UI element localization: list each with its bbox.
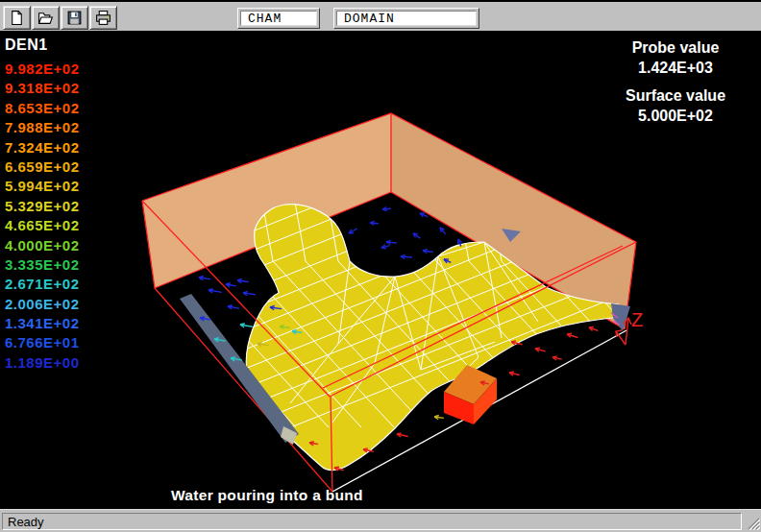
z-axis-label: Z <box>631 309 643 330</box>
open-button[interactable] <box>32 6 60 30</box>
print-icon <box>95 10 111 26</box>
probe-value-label: Probe value <box>594 37 757 58</box>
save-button[interactable] <box>61 6 88 30</box>
legend-entry: 5.994E+02 <box>5 178 80 197</box>
cham-field[interactable]: CHAM <box>237 8 320 29</box>
domain-field[interactable]: DOMAIN <box>333 8 479 29</box>
toolbar: CHAM DOMAIN <box>0 0 761 31</box>
save-icon <box>66 10 83 26</box>
application-window: { "toolbar": { "buttons": [ {"name": "ne… <box>0 0 761 532</box>
legend-entry: 6.659E+02 <box>5 158 80 178</box>
legend-entry: 2.006E+02 <box>5 296 80 315</box>
legend-entry: 9.982E+02 <box>5 60 80 80</box>
legend-entry: 8.653E+02 <box>5 100 80 119</box>
legend-entry: 4.000E+02 <box>5 237 80 256</box>
legend-entry: 7.324E+02 <box>5 139 80 158</box>
new-document-icon <box>9 10 25 26</box>
open-folder-icon <box>37 10 54 26</box>
legend-entry: 3.335E+02 <box>5 256 80 276</box>
resize-grip[interactable] <box>748 518 760 530</box>
readouts: Probe value 1.424E+03 Surface value 5.00… <box>594 37 757 126</box>
legend-entry: 7.988E+02 <box>5 119 80 138</box>
status-text: Ready <box>2 513 742 530</box>
legend-entry: 1.189E+00 <box>5 354 80 374</box>
cham-field-value[interactable]: CHAM <box>240 11 317 26</box>
graphics-viewport[interactable]: Z DEN1 9.982E+029.318E+028.653E+027.988E… <box>0 31 761 509</box>
legend: DEN1 9.982E+029.318E+028.653E+027.988E+0… <box>5 36 80 374</box>
print-button[interactable] <box>89 6 117 30</box>
legend-rows: 9.982E+029.318E+028.653E+027.988E+027.32… <box>5 60 80 374</box>
legend-entry: 4.665E+02 <box>5 217 80 236</box>
surface-value: 5.000E+02 <box>594 106 757 126</box>
status-bar: Ready <box>0 509 761 532</box>
legend-title: DEN1 <box>5 36 80 54</box>
readouts-gap <box>594 78 757 85</box>
scene-caption: Water pouring into a bund <box>171 487 363 504</box>
legend-entry: 1.341E+02 <box>5 315 80 334</box>
legend-entry: 6.766E+01 <box>5 334 80 353</box>
new-button[interactable] <box>3 6 31 30</box>
legend-entry: 5.329E+02 <box>5 198 80 217</box>
domain-field-value[interactable]: DOMAIN <box>336 11 477 26</box>
surface-value-label: Surface value <box>594 85 757 106</box>
probe-value: 1.424E+03 <box>594 58 757 78</box>
legend-entry: 9.318E+02 <box>5 80 80 99</box>
legend-entry: 2.671E+02 <box>5 276 80 295</box>
